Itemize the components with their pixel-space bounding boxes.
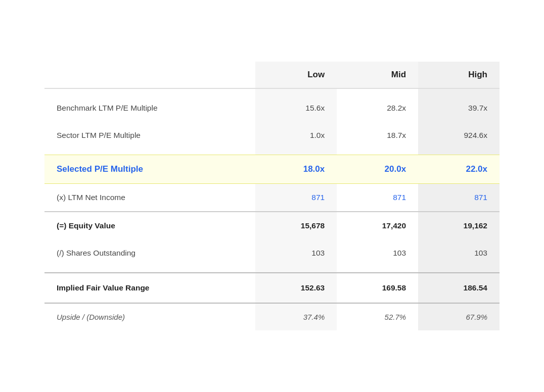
selected-pe-high: 22.0x	[418, 155, 500, 184]
ltm-net-income-low: 871	[255, 184, 337, 212]
upside-downside-low: 37.4%	[255, 303, 337, 330]
selected-pe-low: 18.0x	[255, 155, 337, 184]
ltm-net-income-mid: 871	[337, 184, 418, 212]
spacer-row-3	[44, 267, 500, 273]
upside-downside-row: Upside / (Downside) 37.4% 52.7% 67.9%	[44, 303, 500, 330]
sector-lpm-label: Sector LTM P/E Multiple	[44, 122, 255, 149]
ltm-net-income-high: 871	[418, 184, 500, 212]
equity-value-mid: 17,420	[337, 212, 418, 239]
upside-downside-high: 67.9%	[418, 303, 500, 330]
benchmark-lpm-mid: 28.2x	[337, 94, 418, 122]
upside-downside-mid: 52.7%	[337, 303, 418, 330]
equity-value-label: (=) Equity Value	[44, 212, 255, 239]
spacer-row-2	[44, 149, 500, 155]
selected-pe-label: Selected P/E Multiple	[44, 155, 255, 184]
valuation-table-container: Low Mid High Benchmark LTM P/E Multiple …	[44, 62, 500, 331]
spacer-row-1	[44, 88, 500, 94]
selected-pe-row: Selected P/E Multiple 18.0x 20.0x 22.0x	[44, 155, 500, 184]
benchmark-lpm-high: 39.7x	[418, 94, 500, 122]
implied-fair-value-row: Implied Fair Value Range 152.63 169.58 1…	[44, 273, 500, 303]
header-label-col	[44, 62, 255, 88]
header-mid: Mid	[337, 62, 418, 88]
upside-downside-label: Upside / (Downside)	[44, 303, 255, 330]
sector-lpm-low: 1.0x	[255, 122, 337, 149]
equity-value-high: 19,162	[418, 212, 500, 239]
shares-outstanding-label: (/) Shares Outstanding	[44, 239, 255, 267]
header-high: High	[418, 62, 500, 88]
implied-fair-value-mid: 169.58	[337, 273, 418, 303]
selected-pe-mid: 20.0x	[337, 155, 418, 184]
shares-outstanding-mid: 103	[337, 239, 418, 267]
benchmark-lpm-low: 15.6x	[255, 94, 337, 122]
equity-value-row: (=) Equity Value 15,678 17,420 19,162	[44, 212, 500, 239]
sector-lpm-mid: 18.7x	[337, 122, 418, 149]
header-row: Low Mid High	[44, 62, 500, 88]
ltm-net-income-row: (x) LTM Net Income 871 871 871	[44, 184, 500, 212]
equity-value-low: 15,678	[255, 212, 337, 239]
shares-outstanding-high: 103	[418, 239, 500, 267]
sector-lpm-row: Sector LTM P/E Multiple 1.0x 18.7x 924.6…	[44, 122, 500, 149]
header-low: Low	[255, 62, 337, 88]
benchmark-lpm-row: Benchmark LTM P/E Multiple 15.6x 28.2x 3…	[44, 94, 500, 122]
valuation-table: Low Mid High Benchmark LTM P/E Multiple …	[44, 62, 500, 331]
ltm-net-income-label: (x) LTM Net Income	[44, 184, 255, 212]
benchmark-lpm-label: Benchmark LTM P/E Multiple	[44, 94, 255, 122]
sector-lpm-high: 924.6x	[418, 122, 500, 149]
shares-outstanding-row: (/) Shares Outstanding 103 103 103	[44, 239, 500, 267]
implied-fair-value-high: 186.54	[418, 273, 500, 303]
shares-outstanding-low: 103	[255, 239, 337, 267]
implied-fair-value-label: Implied Fair Value Range	[44, 273, 255, 303]
implied-fair-value-low: 152.63	[255, 273, 337, 303]
